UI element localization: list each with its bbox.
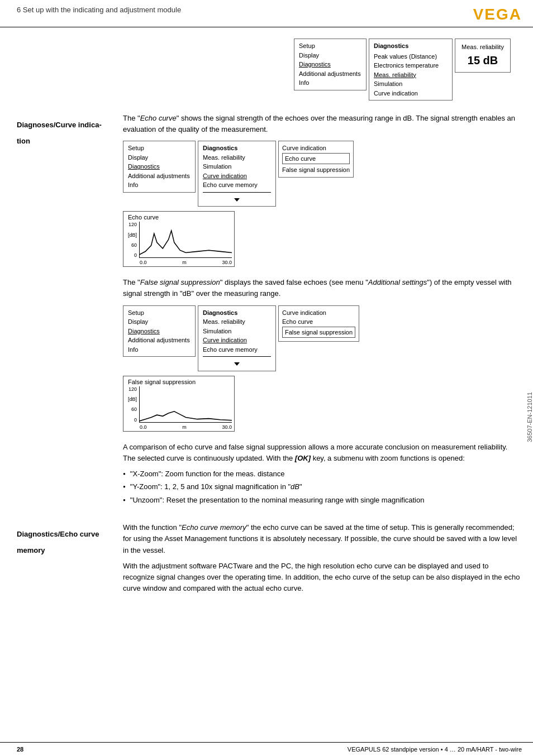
echo-curve-chart: Echo curve 120 [dB] 60 0 0.0 m	[123, 211, 235, 267]
false-signal-chart: False signal suppression 120 [dB] 60 0 0…	[123, 376, 235, 432]
cd-echo-memory: Echo curve memory	[203, 180, 271, 190]
diagnoses-title-line2: tion	[17, 137, 123, 145]
diagnoses-section: Diagnoses/Curve indica- tion The "Echo c…	[0, 105, 533, 511]
fss-diagnostics: Diagnostics	[128, 327, 191, 336]
curve-indication-submenu: Curve indication Echo curve False signal…	[278, 141, 354, 178]
bullet-xzoom: "X-Zoom": Zoom function for the meas. di…	[123, 468, 522, 480]
x-label-unit: m	[182, 260, 187, 265]
meas-reliability-value: 15 dB	[461, 52, 505, 69]
page-number: 28	[17, 746, 23, 753]
diag-electronics: Electronics temperature	[374, 61, 448, 70]
fss-x-start: 0.0	[140, 424, 147, 430]
cm-additional: Additional adjustments	[128, 171, 191, 181]
meas-reliability-label: Meas. reliability	[461, 42, 505, 52]
cm-setup: Setup	[128, 143, 191, 153]
fss-main-menu: Setup Display Diagnostics Additional adj…	[123, 305, 196, 357]
menu-item-diagnostics: Diagnostics	[299, 60, 361, 69]
ci-echo-curve: Echo curve	[282, 153, 350, 165]
echo-curve-memory-section: Diagnostics/Echo curve memory With the f…	[0, 511, 533, 599]
fss-echo-memory: Echo curve memory	[203, 345, 271, 355]
false-signal-menus: Setup Display Diagnostics Additional adj…	[123, 305, 522, 371]
fss-y-0: 0	[134, 417, 137, 423]
fss-display: Display	[128, 317, 191, 327]
cd-curve-ind: Curve indication	[203, 171, 271, 181]
fss-additional: Additional adjustments	[128, 336, 191, 345]
chapter-title: 6 Set up with the indicating and adjustm…	[17, 6, 181, 14]
fss-curve-indication-submenu: Curve indication Echo curve False signal…	[278, 305, 359, 342]
cm-diagnostics: Diagnostics	[128, 162, 191, 171]
cm-info: Info	[128, 180, 191, 190]
arrow-down-icon-2	[234, 362, 240, 366]
menu-item-info: Info	[299, 78, 361, 88]
fss-false-signal: False signal suppression	[282, 327, 355, 338]
ci-false-signal: False signal suppression	[282, 165, 350, 175]
echo-curve-svg	[140, 222, 232, 257]
fss-curve-ind: Curve indication	[203, 336, 271, 345]
page-footer: 28 VEGAPULS 62 standpipe version • 4 … 2…	[0, 742, 533, 756]
x-label-end: 30.0	[222, 260, 232, 265]
diagnostics-submenu-box: Diagnostics Peak values (Distance) Elect…	[369, 39, 453, 101]
fss-setup: Setup	[128, 308, 191, 318]
diag-simulation: Simulation	[374, 79, 448, 89]
fss-x-unit: m	[182, 424, 187, 430]
fss-y-120: 120	[129, 386, 137, 392]
fss-info: Info	[128, 345, 191, 355]
menu-item-additional: Additional adjustments	[299, 69, 361, 79]
curve-main-menu: Setup Display Diagnostics Additional adj…	[123, 141, 196, 193]
echo-memory-label: Diagnostics/Echo curve memory	[17, 522, 123, 599]
arrow-down-icon	[234, 198, 240, 202]
fss-simulation: Simulation	[203, 327, 271, 336]
diagnoses-title-line1: Diagnoses/Curve indica-	[17, 121, 123, 129]
meas-reliability-result: Meas. reliability 15 dB	[455, 39, 511, 73]
vega-logo: VEGA	[473, 6, 522, 23]
cm-display: Display	[128, 153, 191, 162]
fss-y-60: 60	[131, 406, 137, 412]
cd-simulation: Simulation	[203, 162, 271, 171]
zoom-functions-list: "X-Zoom": Zoom function for the meas. di…	[123, 468, 522, 506]
echo-curve-intro: The "Echo curve" shows the signal streng…	[123, 113, 522, 135]
diag-meas-reliability: Meas. reliability	[374, 70, 448, 80]
echo-memory-title-line1: Diagnostics/Echo curve	[17, 530, 123, 538]
echo-memory-text2: With the adjustment software PACTware an…	[123, 561, 522, 594]
y-label-60: 60	[131, 242, 137, 248]
echo-curve-chart-title: Echo curve	[128, 214, 232, 221]
side-document-number: 36507-EN-121011	[526, 112, 533, 722]
diag-peak: Peak values (Distance)	[374, 52, 448, 61]
page-header: 6 Set up with the indicating and adjustm…	[0, 0, 533, 27]
echo-memory-text1: With the function "Echo curve memory" th…	[123, 522, 522, 556]
fss-y-db: [dB]	[128, 396, 137, 402]
echo-memory-title-line2: memory	[17, 546, 123, 554]
x-label-start: 0.0	[140, 260, 147, 265]
y-label-0: 0	[134, 252, 137, 258]
curve-indication-menus: Setup Display Diagnostics Additional adj…	[123, 141, 522, 207]
menu-item-setup: Setup	[299, 41, 361, 51]
diag-curve: Curve indication	[374, 89, 448, 98]
y-label-db: [dB]	[128, 232, 137, 238]
bullet-yzoom: "Y-Zoom": 1, 2, 5 and 10x signal magnifi…	[123, 481, 522, 492]
echo-memory-content: With the function "Echo curve memory" th…	[123, 522, 522, 599]
false-signal-chart-title: False signal suppression	[128, 379, 232, 385]
cd-meas-rel: Meas. reliability	[203, 153, 271, 162]
fss-diagnostics-menu: Diagnostics Meas. reliability Simulation…	[198, 305, 276, 371]
meas-reliability-menus: Setup Display Diagnostics Additional adj…	[294, 39, 511, 101]
product-name: VEGAPULS 62 standpipe version • 4 … 20 m…	[348, 746, 522, 753]
diag-title: Diagnostics	[374, 41, 448, 51]
y-label-120: 120	[129, 222, 137, 227]
fss-chart-svg	[140, 386, 232, 422]
fss-meas-rel: Meas. reliability	[203, 317, 271, 327]
fss-echo-curve: Echo curve	[282, 317, 355, 327]
menu-item-display: Display	[299, 51, 361, 60]
bullet-unzoom: "Unzoom": Reset the presentation to the …	[123, 495, 522, 506]
main-menu-box: Setup Display Diagnostics Additional adj…	[294, 39, 367, 90]
diagnoses-label: Diagnoses/Curve indica- tion	[17, 113, 123, 511]
false-signal-text: The "False signal suppression" displays …	[123, 277, 522, 299]
diagnoses-content: The "Echo curve" shows the signal streng…	[123, 113, 522, 511]
comparison-text: A comparison of echo curve and false sig…	[123, 442, 522, 464]
fss-x-end: 30.0	[222, 424, 232, 430]
curve-diagnostics-menu: Diagnostics Meas. reliability Simulation…	[198, 141, 276, 207]
